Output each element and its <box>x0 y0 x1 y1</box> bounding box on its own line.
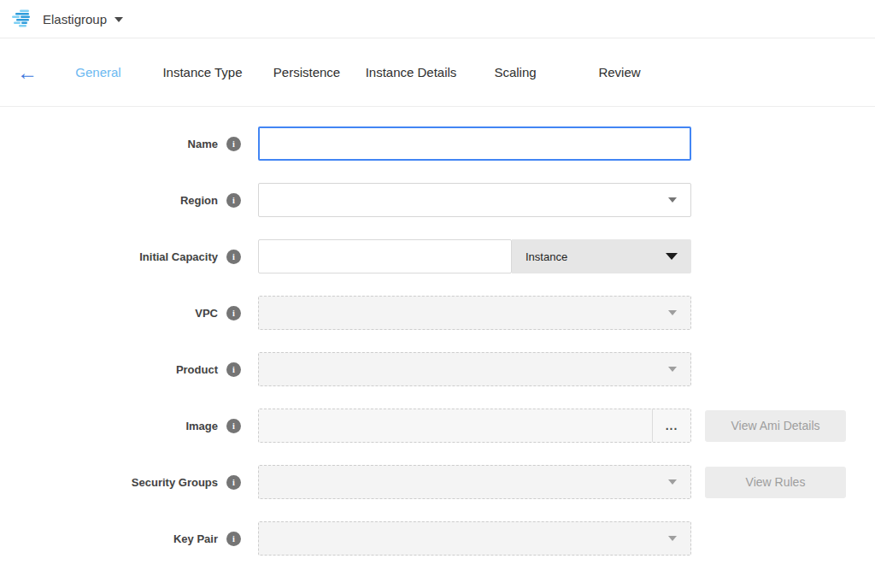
initial-capacity-row: Initial Capacity i Instance <box>0 239 875 273</box>
key-pair-row: Key Pair i <box>0 521 875 556</box>
wizard-tab-bar: ← General Instance Type Persistence Inst… <box>0 38 875 107</box>
caret-down-icon <box>668 479 677 485</box>
region-select[interactable] <box>258 183 691 217</box>
initial-capacity-label: Initial Capacity <box>139 250 218 263</box>
general-settings-form: Name i Region i Initial Capacity i Insta… <box>0 107 875 556</box>
tab-scaling[interactable]: Scaling <box>463 65 567 79</box>
product-label: Product <box>176 363 218 376</box>
capacity-unit-select[interactable]: Instance <box>512 239 691 273</box>
region-row: Region i <box>0 183 875 217</box>
tab-general[interactable]: General <box>46 65 150 79</box>
tab-instance-details[interactable]: Instance Details <box>359 65 463 79</box>
vpc-label: VPC <box>195 307 218 320</box>
image-label: Image <box>185 420 218 432</box>
region-info-icon[interactable]: i <box>226 193 241 208</box>
initial-capacity-info-icon[interactable]: i <box>226 250 241 264</box>
wizard-tabs: General Instance Type Persistence Instan… <box>46 65 672 79</box>
tab-persistence[interactable]: Persistence <box>255 65 359 79</box>
capacity-unit-value: Instance <box>526 250 567 263</box>
image-info-icon[interactable]: i <box>226 419 241 433</box>
caret-down-icon <box>668 536 677 541</box>
key-pair-info-icon[interactable]: i <box>226 532 241 546</box>
security-groups-info-icon[interactable]: i <box>226 475 241 490</box>
security-groups-row: Security Groups i View Rules <box>0 465 875 499</box>
product-info-icon[interactable]: i <box>226 362 241 377</box>
product-select <box>258 352 691 386</box>
key-pair-select <box>258 521 691 556</box>
view-ami-details-button[interactable]: View Ami Details <box>705 410 846 442</box>
name-row: Name i <box>0 126 875 161</box>
caret-down-icon <box>668 310 677 315</box>
chevron-down-icon[interactable] <box>115 17 123 22</box>
view-rules-button[interactable]: View Rules <box>705 467 846 498</box>
name-label: Name <box>188 138 218 150</box>
caret-down-icon <box>668 197 677 203</box>
initial-capacity-input[interactable] <box>258 239 512 273</box>
vpc-select <box>258 296 691 330</box>
image-input-value <box>259 409 652 442</box>
key-pair-label: Key Pair <box>173 532 218 545</box>
caret-down-icon <box>666 253 678 260</box>
back-arrow-icon[interactable]: ← <box>17 62 46 83</box>
browse-image-button[interactable]: ... <box>652 409 690 442</box>
name-input[interactable] <box>258 126 691 161</box>
vpc-row: VPC i <box>0 296 875 330</box>
tab-instance-type[interactable]: Instance Type <box>150 65 255 79</box>
app-header: Elastigroup <box>0 0 875 38</box>
caret-down-icon <box>668 367 677 372</box>
region-label: Region <box>180 194 218 207</box>
image-input: ... <box>258 409 691 443</box>
product-row: Product i <box>0 352 875 386</box>
security-groups-label: Security Groups <box>132 476 218 489</box>
tab-review[interactable]: Review <box>567 65 672 79</box>
name-info-icon[interactable]: i <box>226 137 241 151</box>
image-row: Image i ... View Ami Details <box>0 409 875 443</box>
vpc-info-icon[interactable]: i <box>226 306 241 320</box>
security-groups-select <box>258 465 691 499</box>
elastigroup-logo-icon <box>12 9 34 28</box>
app-switcher-label[interactable]: Elastigroup <box>43 12 107 26</box>
